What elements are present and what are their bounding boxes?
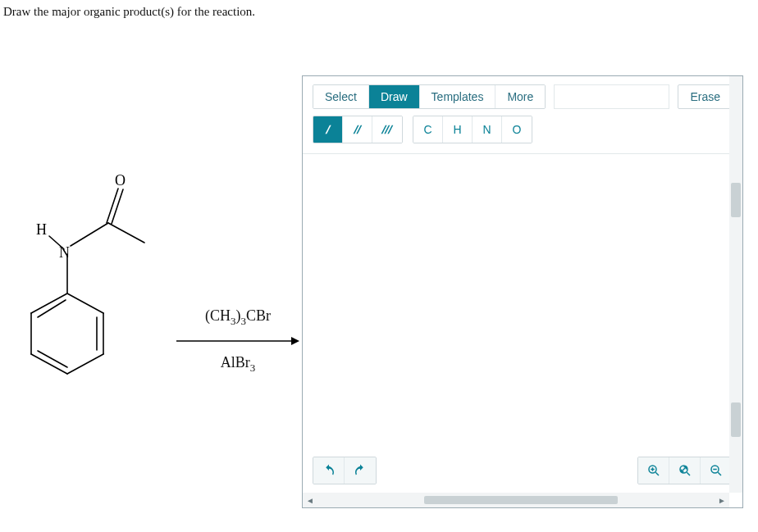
toolbar-top: Select Draw Templates More Erase <box>303 76 742 109</box>
svg-line-25 <box>687 472 690 475</box>
redo-button[interactable] <box>345 457 376 484</box>
vertical-scrollbar[interactable] <box>729 76 742 493</box>
vscroll-thumb-1[interactable] <box>731 183 741 217</box>
bond-triple-button[interactable]: /// <box>372 116 402 143</box>
atom-tools: C H N O <box>413 116 532 143</box>
history-group <box>313 457 377 484</box>
tab-select[interactable]: Select <box>313 85 369 108</box>
zoom-out-icon <box>709 463 724 478</box>
svg-line-8 <box>67 354 103 374</box>
reagent-bottom: AlBr3 <box>221 354 255 375</box>
zoom-group <box>637 457 733 484</box>
drawing-editor: Select Draw Templates More Erase / // //… <box>302 75 743 508</box>
svg-line-13 <box>38 351 67 367</box>
toolbar-second: / // /// C H N O <box>303 109 742 154</box>
atom-n-button[interactable]: N <box>473 116 502 143</box>
mode-tabs: Select Draw Templates More <box>313 84 546 109</box>
bond-double-button[interactable]: // <box>343 116 372 143</box>
tab-draw[interactable]: Draw <box>369 85 420 108</box>
zoom-in-icon <box>646 463 661 478</box>
zoom-fit-button[interactable] <box>669 457 701 484</box>
tab-more[interactable]: More <box>495 85 545 108</box>
zoom-fit-icon <box>678 463 692 478</box>
hscroll-thumb[interactable] <box>424 496 618 504</box>
zoom-in-button[interactable] <box>638 457 669 484</box>
reaction-arrow <box>176 334 299 348</box>
spacer-box <box>554 84 669 109</box>
hscroll-left-arrow[interactable]: ◄ <box>303 493 317 507</box>
vscroll-thumb-2[interactable] <box>731 402 741 437</box>
atom-h-button[interactable]: H <box>443 116 473 143</box>
atom-c-button[interactable]: C <box>413 116 443 143</box>
undo-button[interactable] <box>313 457 345 484</box>
starting-material-structure: O N H <box>16 172 164 418</box>
zoom-out-button[interactable] <box>701 457 732 484</box>
reaction-scheme: O N H (CH3)3CBr AlBr3 <box>16 172 295 418</box>
svg-line-6 <box>67 293 103 313</box>
svg-text:H: H <box>36 221 47 238</box>
erase-button[interactable]: Erase <box>678 84 733 109</box>
question-text: Draw the major organic product(s) for th… <box>0 0 758 19</box>
hscroll-right-arrow[interactable]: ► <box>715 493 729 507</box>
svg-line-2 <box>108 223 144 243</box>
svg-line-21 <box>655 472 659 475</box>
svg-line-1 <box>112 189 123 224</box>
bond-single-button[interactable]: / <box>313 116 343 143</box>
hscroll-track[interactable] <box>317 495 715 505</box>
svg-line-3 <box>71 223 108 246</box>
svg-line-0 <box>107 189 118 223</box>
svg-line-28 <box>718 472 721 475</box>
tab-templates[interactable]: Templates <box>420 85 496 108</box>
bond-tools: / // /// <box>313 116 403 143</box>
drawing-canvas[interactable] <box>303 154 742 466</box>
svg-marker-19 <box>291 337 299 345</box>
svg-text:N: N <box>59 244 70 261</box>
reagent-top: (CH3)3CBr <box>205 307 271 328</box>
atom-o-button[interactable]: O <box>502 116 532 143</box>
svg-line-26 <box>681 467 686 472</box>
toolbar-bottom <box>303 452 742 489</box>
redo-icon <box>353 463 368 478</box>
undo-icon <box>322 463 336 478</box>
horizontal-scrollbar[interactable]: ◄ ► <box>303 493 729 507</box>
svg-text:O: O <box>115 172 126 189</box>
